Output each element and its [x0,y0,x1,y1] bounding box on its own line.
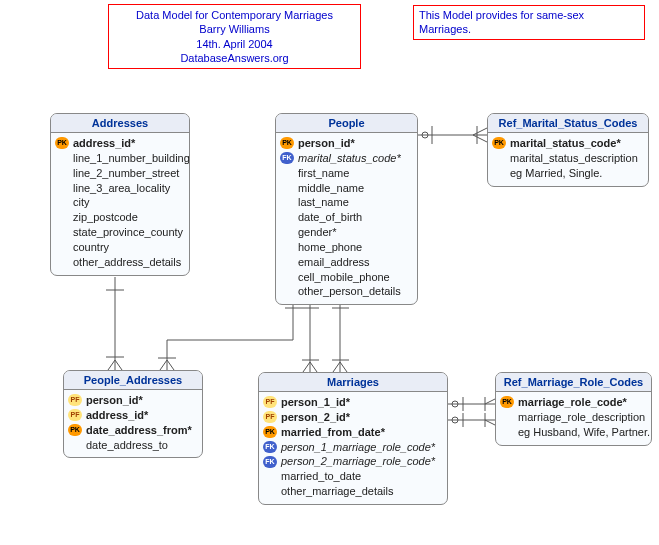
attribute-row: email_address [280,255,413,270]
entity-title: People [276,114,417,133]
svg-line-13 [160,360,167,370]
title-line4: DatabaseAnswers.org [117,51,352,65]
svg-line-3 [473,135,487,142]
note-text: This Model provides for same-sex Marriag… [419,9,584,35]
attribute-row: state_province_county [55,225,185,240]
attribute-row: line_2_number_street [55,166,185,181]
attribute-text: married_to_date [281,469,361,484]
attribute-row: PFperson_1_id* [263,395,443,410]
entity-people: People PKperson_id*FKmarital_status_code… [275,113,418,305]
attribute-text: last_name [298,195,349,210]
entity-body: PKperson_id*FKmarital_status_code*first_… [276,133,417,304]
attribute-text: address_id* [86,408,148,423]
entity-body: PFperson_1_id*PFperson_2_id*PKmarried_fr… [259,392,447,504]
pf-key-icon: PF [263,411,277,423]
svg-line-24 [340,362,347,372]
svg-line-9 [108,360,115,370]
pk-key-icon: PK [500,396,514,408]
attribute-text: person_id* [298,136,355,151]
attribute-row: middle_name [280,181,413,196]
entity-body: PKaddress_id*line_1_number_buildingline_… [51,133,189,275]
pk-key-icon: PK [280,137,294,149]
fk-key-icon: FK [263,456,277,468]
attribute-text: zip_postcode [73,210,138,225]
svg-line-33 [485,399,495,404]
attribute-row: other_marriage_details [263,484,443,499]
attribute-row: first_name [280,166,413,181]
attribute-text: eg Married, Single. [510,166,602,181]
attribute-text: middle_name [298,181,364,196]
attribute-row: PKperson_id* [280,136,413,151]
fk-key-icon: FK [263,441,277,453]
attribute-text: city [73,195,90,210]
attribute-row: city [55,195,185,210]
pk-key-icon: PK [55,137,69,149]
attribute-text: email_address [298,255,370,270]
fk-key-icon: FK [280,152,294,164]
svg-point-4 [422,132,428,138]
attribute-row: PKmarried_from_date* [263,425,443,440]
attribute-text: marriage_role_description [518,410,645,425]
svg-line-34 [485,420,495,425]
entity-body: PFperson_id*PFaddress_id*PKdate_address_… [64,390,202,457]
attribute-row: gender* [280,225,413,240]
entity-title: Marriages [259,373,447,392]
attribute-text: gender* [298,225,337,240]
attribute-row: cell_mobile_phone [280,270,413,285]
attribute-text: line_2_number_street [73,166,179,181]
attribute-text: person_id* [86,393,143,408]
svg-line-19 [310,362,317,372]
pk-key-icon: PK [68,424,82,436]
attribute-row: marital_status_description [492,151,644,166]
attribute-text: date_address_from* [86,423,192,438]
attribute-row: PFaddress_id* [68,408,198,423]
pf-key-icon: PF [68,394,82,406]
attribute-row: line_3_area_locality [55,181,185,196]
attribute-text: married_from_date* [281,425,385,440]
entity-ref-marriage-role: Ref_Marriage_Role_Codes PKmarriage_role_… [495,372,652,446]
svg-point-30 [452,417,458,423]
pf-key-icon: PF [68,409,82,421]
attribute-text: person_2_id* [281,410,350,425]
attribute-row: PKaddress_id* [55,136,185,151]
pk-key-icon: PK [492,137,506,149]
attribute-text: line_3_area_locality [73,181,170,196]
attribute-text: country [73,240,109,255]
entity-people-addresses: People_Addresses PFperson_id*PFaddress_i… [63,370,203,458]
entity-title: Ref_Marriage_Role_Codes [496,373,651,392]
attribute-text: marital_status_code* [298,151,401,166]
title-line2: Barry Williams [117,22,352,36]
entity-addresses: Addresses PKaddress_id*line_1_number_bui… [50,113,190,276]
attribute-text: person_1_marriage_role_code* [281,440,435,455]
attribute-row: country [55,240,185,255]
svg-point-26 [452,401,458,407]
attribute-row: PKmarital_status_code* [492,136,644,151]
attribute-text: address_id* [73,136,135,151]
attribute-row: eg Married, Single. [492,166,644,181]
attribute-text: person_2_marriage_role_code* [281,454,435,469]
title-info-box: Data Model for Contemporary Marriages Ba… [108,4,361,69]
entity-title: Ref_Marital_Status_Codes [488,114,648,133]
attribute-text: eg Husband, Wife, Partner. [518,425,650,440]
attribute-row: eg Husband, Wife, Partner. [500,425,647,440]
attribute-text: marriage_role_code* [518,395,627,410]
attribute-row: zip_postcode [55,210,185,225]
attribute-row: last_name [280,195,413,210]
svg-line-2 [473,128,487,135]
attribute-row: marriage_role_description [500,410,647,425]
entity-body: PKmarriage_role_code*marriage_role_descr… [496,392,651,445]
attribute-text: other_address_details [73,255,181,270]
svg-line-14 [167,360,174,370]
attribute-row: other_person_details [280,284,413,299]
note-info-box: This Model provides for same-sex Marriag… [413,5,645,40]
attribute-text: cell_mobile_phone [298,270,390,285]
title-line1: Data Model for Contemporary Marriages [117,8,352,22]
svg-line-18 [303,362,310,372]
svg-line-23 [333,362,340,372]
attribute-row: date_of_birth [280,210,413,225]
attribute-text: line_1_number_building [73,151,190,166]
attribute-row: FKmarital_status_code* [280,151,413,166]
svg-line-10 [115,360,122,370]
attribute-text: person_1_id* [281,395,350,410]
entity-title: Addresses [51,114,189,133]
